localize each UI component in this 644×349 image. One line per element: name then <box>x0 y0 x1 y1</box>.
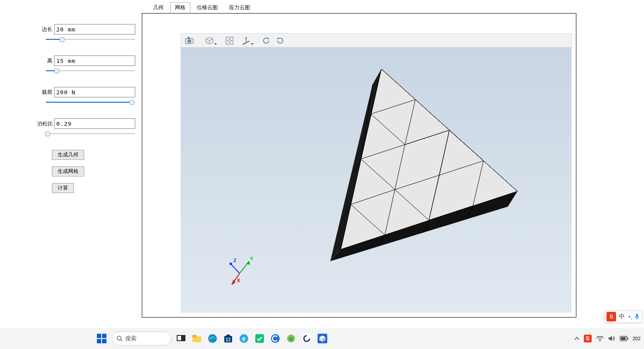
taskbar: 搜索 e e S 202 <box>0 328 644 349</box>
rotate-ccw-icon[interactable] <box>260 35 273 47</box>
axis-orientation-dropdown[interactable] <box>237 35 255 47</box>
ie-icon[interactable]: e <box>285 332 297 345</box>
field-height: 高 <box>37 55 135 74</box>
app-root: 边长 高 载荷 <box>0 0 644 349</box>
task-view-icon[interactable] <box>175 332 187 345</box>
ms-store-icon[interactable] <box>222 332 234 345</box>
sogou-icon[interactable]: S <box>606 312 616 321</box>
ime-punct[interactable]: •, <box>627 313 633 320</box>
parameter-panel: 边长 高 载荷 <box>37 24 135 200</box>
viewport-3d[interactable]: Y Z X <box>181 47 572 313</box>
svg-rect-61 <box>192 335 196 337</box>
svg-text:e: e <box>289 335 292 342</box>
svg-rect-3 <box>188 37 190 38</box>
viewer-frame: Y Z X <box>142 13 576 318</box>
svg-rect-68 <box>229 340 230 342</box>
viewer-toolbar <box>181 33 572 48</box>
wifi-icon[interactable] <box>596 335 604 342</box>
slider-poisson[interactable] <box>46 131 135 137</box>
input-load[interactable] <box>54 87 135 97</box>
ime-toolbar[interactable]: S 中 •, <box>604 311 642 323</box>
start-button[interactable] <box>95 332 108 345</box>
calculate-button[interactable]: 计算 <box>52 183 74 193</box>
svg-rect-65 <box>226 338 228 339</box>
slider-load[interactable] <box>46 99 135 105</box>
svg-rect-71 <box>255 334 264 343</box>
tray-chevron-icon[interactable] <box>574 336 579 341</box>
svg-rect-59 <box>178 336 181 340</box>
svg-text:e: e <box>242 335 246 342</box>
system-tray: S 202 <box>574 335 641 342</box>
input-height[interactable] <box>54 55 135 66</box>
app-cube-icon[interactable] <box>316 332 329 345</box>
tray-sogou-icon[interactable]: S <box>584 335 592 342</box>
svg-rect-54 <box>97 339 101 343</box>
generate-geometry-button[interactable]: 生成几何 <box>52 150 84 160</box>
svg-rect-67 <box>226 340 228 342</box>
cube-view-dropdown[interactable] <box>200 35 219 47</box>
taskbar-search[interactable]: 搜索 <box>112 332 171 346</box>
svg-line-9 <box>246 41 250 43</box>
tab-displacement[interactable]: 位移云图 <box>192 2 223 13</box>
axis-y-label: Y <box>250 256 253 261</box>
tab-mesh[interactable]: 网格 <box>170 2 190 13</box>
tab-stress[interactable]: 应力云图 <box>224 2 255 13</box>
svg-marker-8 <box>245 37 247 38</box>
action-buttons: 生成几何 生成网格 计算 <box>52 150 135 193</box>
volume-icon[interactable] <box>608 335 615 342</box>
svg-marker-11 <box>242 43 244 45</box>
fit-view-icon[interactable] <box>223 35 236 47</box>
rotate-cw-icon[interactable] <box>274 35 287 47</box>
svg-point-56 <box>117 336 121 340</box>
ime-lang[interactable]: 中 <box>617 313 627 321</box>
svg-marker-81 <box>609 336 612 341</box>
search-icon <box>116 335 123 342</box>
field-edge-length: 边长 <box>37 24 135 42</box>
svg-rect-64 <box>226 335 230 336</box>
label-edge-length: 边长 <box>37 26 54 33</box>
field-load: 载荷 <box>37 87 135 105</box>
axis-triad: Y Z X <box>230 256 253 285</box>
edge-icon[interactable] <box>206 332 219 345</box>
axis-x-label: X <box>237 278 240 283</box>
svg-rect-83 <box>621 337 626 340</box>
svg-rect-52 <box>97 334 101 338</box>
label-poisson: 泊松比 <box>37 120 54 128</box>
svg-rect-66 <box>229 338 230 339</box>
tray-clock-partial[interactable]: 202 <box>633 336 641 341</box>
svg-rect-84 <box>627 338 628 339</box>
tab-geometry[interactable]: 几何 <box>148 2 168 13</box>
label-height: 高 <box>37 57 54 65</box>
svg-rect-53 <box>102 334 106 338</box>
field-poisson: 泊松比 <box>37 118 135 137</box>
svg-point-47 <box>230 263 232 265</box>
app-swirl-icon[interactable] <box>301 332 313 345</box>
tabstrip: 几何 网格 位移云图 应力云图 <box>148 3 255 13</box>
svg-line-57 <box>121 340 123 342</box>
camera-icon[interactable] <box>183 35 196 47</box>
input-poisson[interactable] <box>54 118 135 129</box>
svg-rect-63 <box>224 336 232 342</box>
app-green-icon[interactable] <box>253 332 266 345</box>
battery-icon[interactable] <box>620 336 628 341</box>
slider-edge-length[interactable] <box>46 36 135 42</box>
input-edge-length[interactable] <box>54 24 135 35</box>
svg-point-80 <box>599 341 600 342</box>
app-blue-c-icon[interactable] <box>269 332 281 345</box>
file-explorer-icon[interactable] <box>191 332 203 345</box>
svg-rect-50 <box>636 314 638 317</box>
edge-legacy-icon[interactable]: e <box>238 332 250 345</box>
svg-line-46 <box>231 264 240 273</box>
slider-height[interactable] <box>46 68 135 74</box>
svg-point-2 <box>188 40 190 42</box>
microphone-icon[interactable] <box>634 313 640 320</box>
search-placeholder: 搜索 <box>125 335 137 342</box>
svg-rect-55 <box>102 339 106 343</box>
generate-mesh-button[interactable]: 生成网格 <box>52 166 84 176</box>
label-load: 载荷 <box>37 89 54 96</box>
axis-z-label: Z <box>233 258 236 263</box>
